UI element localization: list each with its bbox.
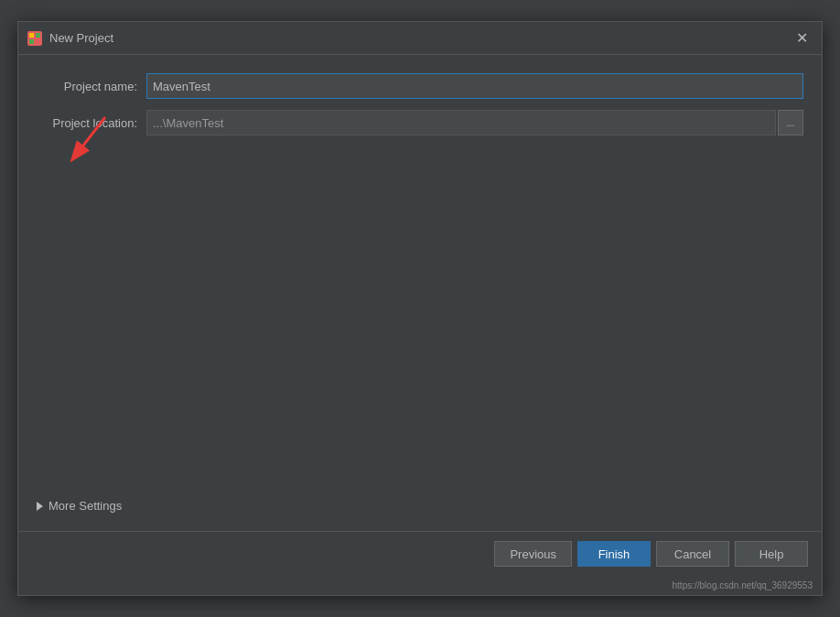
close-button[interactable]: ✕ bbox=[791, 27, 813, 49]
svg-rect-3 bbox=[29, 39, 34, 44]
url-text: https://blog.csdn.net/qq_36929553 bbox=[673, 580, 813, 590]
svg-rect-1 bbox=[29, 33, 34, 38]
svg-rect-4 bbox=[36, 39, 40, 44]
new-project-dialog: New Project ✕ Project name: Project loca… bbox=[17, 21, 823, 596]
title-bar-left: New Project bbox=[27, 31, 113, 46]
more-settings-section[interactable]: More Settings bbox=[37, 499, 122, 513]
project-location-row: Project location: ... bbox=[37, 110, 803, 135]
project-location-input[interactable] bbox=[146, 110, 776, 135]
project-name-input[interactable] bbox=[146, 73, 803, 99]
expand-icon bbox=[37, 502, 43, 511]
dialog-title: New Project bbox=[49, 31, 113, 45]
dialog-body: Project name: Project location: ... More… bbox=[18, 55, 822, 531]
previous-button[interactable]: Previous bbox=[494, 541, 572, 567]
dialog-footer: Previous Finish Cancel Help bbox=[18, 532, 822, 576]
app-icon bbox=[27, 31, 42, 46]
finish-button[interactable]: Finish bbox=[577, 541, 651, 567]
project-name-row: Project name: bbox=[37, 73, 803, 99]
project-location-label: Project location: bbox=[37, 116, 146, 130]
svg-rect-2 bbox=[36, 33, 40, 38]
project-name-label: Project name: bbox=[37, 80, 146, 93]
help-button[interactable]: Help bbox=[735, 541, 808, 567]
cancel-button[interactable]: Cancel bbox=[656, 541, 729, 567]
browse-button[interactable]: ... bbox=[778, 110, 803, 135]
more-settings-label: More Settings bbox=[48, 499, 122, 513]
title-bar: New Project ✕ bbox=[18, 22, 822, 55]
